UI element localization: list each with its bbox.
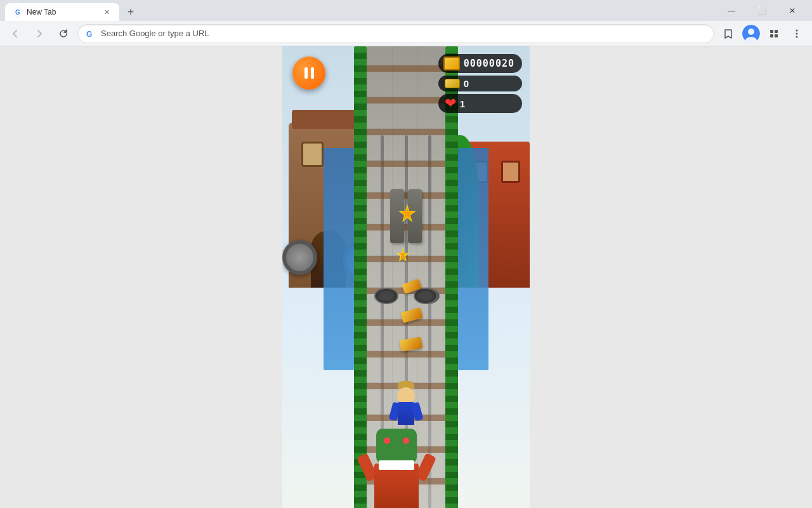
monster-eye-left — [384, 438, 390, 444]
minimize-button[interactable]: — — [717, 0, 746, 21]
svg-point-12 — [796, 36, 798, 37]
game-wrapper: ❤ — [282, 46, 530, 508]
svg-point-4 — [748, 29, 754, 35]
svg-rect-9 — [775, 34, 778, 37]
main-content: ❤ — [0, 46, 812, 508]
scene-container: ❤ — [282, 46, 530, 508]
pause-icon — [304, 67, 314, 79]
explosion-2 — [395, 247, 410, 262]
monster-torso — [374, 464, 419, 508]
menu-button[interactable] — [787, 23, 807, 44]
window-controls: — ⬜ ✕ — [717, 0, 807, 21]
reload-button[interactable] — [53, 23, 74, 44]
forward-button[interactable] — [29, 23, 49, 44]
tab-close-button[interactable]: ✕ — [102, 7, 112, 17]
manhole-3 — [414, 288, 438, 304]
svg-rect-6 — [770, 30, 773, 33]
toolbar-right — [718, 23, 807, 44]
svg-rect-7 — [775, 30, 778, 33]
new-tab-button[interactable]: + — [122, 3, 140, 21]
manhole-1 — [374, 288, 398, 304]
tab-favicon-icon: G — [13, 7, 23, 17]
svg-text:G: G — [15, 9, 20, 16]
address-text: Search Google or type a URL — [101, 29, 706, 38]
monster-collar — [379, 460, 414, 470]
back-button[interactable] — [5, 23, 25, 44]
monster-head — [376, 429, 417, 464]
extensions-button[interactable] — [764, 23, 784, 44]
profile-button[interactable] — [741, 23, 761, 44]
toolbar: G Search Google or type a URL — [0, 21, 812, 46]
monster-eye-right — [403, 438, 409, 444]
vine-lane-4 — [445, 46, 458, 508]
game-canvas[interactable]: ❤ — [282, 46, 530, 508]
red-building-window2 — [501, 161, 520, 183]
active-tab[interactable]: G New Tab ✕ — [5, 3, 119, 21]
close-button[interactable]: ✕ — [778, 0, 807, 21]
title-bar: G New Tab ✕ + — ⬜ ✕ — [0, 0, 812, 21]
pause-bar-left — [304, 67, 308, 79]
svg-text:G: G — [86, 30, 92, 39]
building-window — [301, 142, 324, 167]
tab-title: New Tab — [27, 8, 98, 17]
svg-point-11 — [796, 32, 798, 34]
pause-button[interactable] — [292, 57, 325, 90]
gear-left — [282, 240, 317, 275]
water-channel-left — [324, 148, 354, 370]
svg-point-10 — [796, 29, 798, 31]
monster-character — [365, 425, 428, 508]
tab-strip: G New Tab ✕ + — [5, 0, 717, 21]
google-logo-icon: G — [86, 29, 96, 39]
address-bar[interactable]: G Search Google or type a URL — [77, 24, 714, 43]
explosion-1 — [398, 204, 417, 223]
pause-bar-right — [311, 67, 314, 79]
profile-avatar — [742, 25, 760, 43]
water-channel-right — [458, 148, 488, 370]
maximize-button[interactable]: ⬜ — [747, 0, 776, 21]
svg-rect-8 — [770, 34, 773, 37]
chrome-window: G New Tab ✕ + — ⬜ ✕ G Search Google — [0, 0, 812, 508]
bookmark-button[interactable] — [718, 23, 738, 44]
